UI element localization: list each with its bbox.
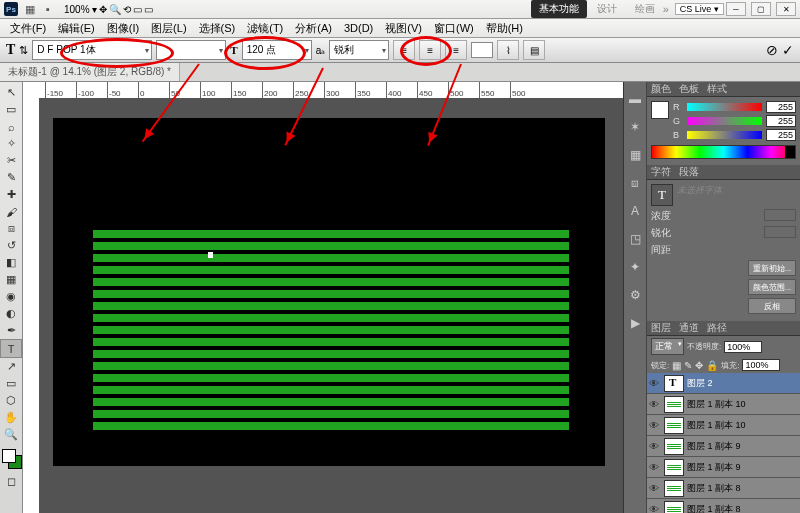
align-center-icon[interactable]: ≡ <box>419 40 441 60</box>
fg-color-swatch[interactable] <box>2 449 16 463</box>
visibility-icon[interactable]: 👁 <box>649 420 661 431</box>
lock-pos-icon[interactable]: ✥ <box>695 360 703 371</box>
eraser-tool-icon[interactable]: ◧ <box>1 254 21 271</box>
char-btn-1[interactable]: 重新初始... <box>748 260 796 276</box>
minimize-icon[interactable]: ─ <box>726 2 746 16</box>
zoom-tool-icon[interactable]: 🔍 <box>1 426 21 443</box>
clone-panel-icon[interactable]: ⧇ <box>631 176 639 190</box>
quickmask-icon[interactable]: ◻ <box>1 473 21 490</box>
doc-tab[interactable]: 未标题-1 @ 14.1% (图层 2, RGB/8) * <box>0 63 180 81</box>
g-slider[interactable] <box>687 117 762 125</box>
cancel-icon[interactable]: ⊘ <box>766 42 778 58</box>
char-panel-icon[interactable]: A <box>631 204 639 218</box>
menu-window[interactable]: 窗口(W) <box>428 21 480 36</box>
tab-layers[interactable]: 图层 <box>651 321 671 335</box>
menu-layer[interactable]: 图层(L) <box>145 21 192 36</box>
type-tool-icon[interactable]: T <box>0 339 22 358</box>
r-value[interactable]: 255 <box>766 101 796 113</box>
minibridge-icon[interactable]: ▪ <box>40 2 56 16</box>
tab-paragraph[interactable]: 段落 <box>679 165 699 179</box>
tab-color[interactable]: 颜色 <box>651 82 671 96</box>
close-icon[interactable]: ✕ <box>776 2 796 16</box>
text-color-swatch[interactable] <box>471 42 493 58</box>
color-preview-swatch[interactable] <box>651 101 669 119</box>
lock-trans-icon[interactable]: ▦ <box>672 360 681 371</box>
history-brush-icon[interactable]: ↺ <box>1 237 21 254</box>
menu-select[interactable]: 选择(S) <box>193 21 242 36</box>
warp-text-icon[interactable]: ⌇ <box>497 40 519 60</box>
path-tool-icon[interactable]: ↗ <box>1 358 21 375</box>
layer-row[interactable]: 👁图层 1 副本 8 <box>647 478 800 499</box>
visibility-icon[interactable]: 👁 <box>649 462 661 473</box>
visibility-icon[interactable]: 👁 <box>649 378 661 389</box>
layer-row[interactable]: 👁图层 1 副本 10 <box>647 394 800 415</box>
stamp-tool-icon[interactable]: ⧇ <box>1 220 21 237</box>
layer-row[interactable]: 👁图层 1 副本 9 <box>647 457 800 478</box>
b-value[interactable]: 255 <box>766 129 796 141</box>
workspace-paint[interactable]: 绘画 <box>627 0 663 18</box>
tab-styles[interactable]: 样式 <box>707 82 727 96</box>
font-family-dropdown[interactable]: D F POP 1体 <box>32 40 152 60</box>
workspace-more-icon[interactable]: » <box>663 3 669 15</box>
g-value[interactable]: 255 <box>766 115 796 127</box>
brush-panel-icon[interactable]: ✶ <box>630 120 640 134</box>
workspace-design[interactable]: 设计 <box>589 0 625 18</box>
maximize-icon[interactable]: ▢ <box>751 2 771 16</box>
lasso-tool-icon[interactable]: ⌕ <box>1 118 21 135</box>
rotate-view-icon[interactable]: ⟲ <box>123 4 131 15</box>
bridge-icon[interactable]: ▦ <box>22 2 38 16</box>
char-btn-3[interactable]: 反相 <box>748 298 796 314</box>
opacity-value[interactable]: 100% <box>724 341 762 353</box>
brush-tool-icon[interactable]: 🖌 <box>1 203 21 220</box>
antialias-dropdown[interactable]: 锐利 <box>329 40 389 60</box>
fill-value[interactable]: 100% <box>742 359 780 371</box>
cslive-button[interactable]: CS Live ▾ <box>675 3 724 15</box>
dodge-tool-icon[interactable]: ◐ <box>1 305 21 322</box>
blur-tool-icon[interactable]: ◉ <box>1 288 21 305</box>
visibility-icon[interactable]: 👁 <box>649 483 661 494</box>
workspace-basic[interactable]: 基本功能 <box>531 0 587 18</box>
visibility-icon[interactable]: 👁 <box>649 399 661 410</box>
hand-tool-icon[interactable]: ✋ <box>1 409 21 426</box>
b-slider[interactable] <box>687 131 762 139</box>
r-slider[interactable] <box>687 103 762 111</box>
layer-row[interactable]: 👁图层 1 副本 8 <box>647 499 800 513</box>
menu-file[interactable]: 文件(F) <box>4 21 52 36</box>
menu-3d[interactable]: 3D(D) <box>338 22 379 34</box>
layer-row[interactable]: 👁图层 1 副本 9 <box>647 436 800 457</box>
align-left-icon[interactable]: ≡ <box>393 40 415 60</box>
color-swatches[interactable] <box>0 447 22 473</box>
pen-tool-icon[interactable]: ✒ <box>1 322 21 339</box>
tool-preset-icon[interactable]: ⚙ <box>630 288 641 302</box>
menu-analysis[interactable]: 分析(A) <box>289 21 338 36</box>
visibility-icon[interactable]: 👁 <box>649 504 661 514</box>
layer-row[interactable]: 👁图层 1 副本 10 <box>647 415 800 436</box>
screenmode-icon[interactable]: ▭ <box>144 4 153 15</box>
lock-all-icon[interactable]: 🔒 <box>706 360 718 371</box>
menu-filter[interactable]: 滤镜(T) <box>241 21 289 36</box>
menu-view[interactable]: 视图(V) <box>379 21 428 36</box>
tab-channels[interactable]: 通道 <box>679 321 699 335</box>
spectrum-ramp[interactable] <box>651 145 796 159</box>
tab-swatches[interactable]: 色板 <box>679 82 699 96</box>
canvas[interactable] <box>39 98 623 513</box>
char-panel-toggle-icon[interactable]: ▤ <box>523 40 545 60</box>
arrange-icon[interactable]: ▭ <box>133 4 142 15</box>
tab-paths[interactable]: 路径 <box>707 321 727 335</box>
history-panel-icon[interactable]: ▬ <box>629 92 641 106</box>
crop-tool-icon[interactable]: ✂ <box>1 152 21 169</box>
zoom-tool-icon[interactable]: 🔍 <box>109 4 121 15</box>
actions-panel-icon[interactable]: ▶ <box>631 316 640 330</box>
wand-tool-icon[interactable]: ✧ <box>1 135 21 152</box>
font-style-dropdown[interactable] <box>156 40 226 60</box>
menu-help[interactable]: 帮助(H) <box>480 21 529 36</box>
heal-tool-icon[interactable]: ✚ <box>1 186 21 203</box>
zoom-value[interactable]: 100% <box>64 4 90 15</box>
font-size-dropdown[interactable]: 120 点 <box>242 40 312 60</box>
eyedropper-tool-icon[interactable]: ✎ <box>1 169 21 186</box>
menu-edit[interactable]: 编辑(E) <box>52 21 101 36</box>
move-tool-icon[interactable]: ↖ <box>1 84 21 101</box>
lock-pixel-icon[interactable]: ✎ <box>684 360 692 371</box>
orientation-icon[interactable]: ⇅ <box>19 44 28 57</box>
tab-character[interactable]: 字符 <box>651 165 671 179</box>
